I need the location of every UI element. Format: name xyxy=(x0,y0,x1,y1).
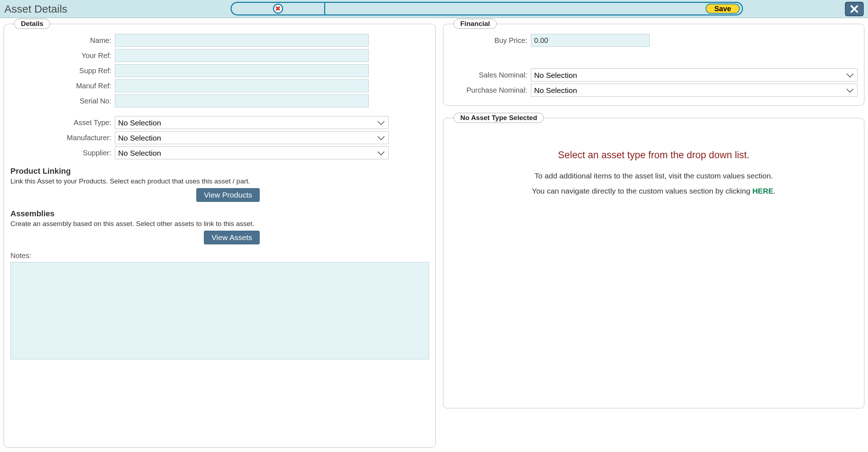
supplier-select[interactable]: No Selection xyxy=(115,146,389,159)
your-ref-label: Your Ref: xyxy=(10,52,115,60)
serial-no-input[interactable] xyxy=(115,94,369,107)
asset-type-select[interactable]: No Selection xyxy=(115,116,389,129)
left-column: Details Name: Your Ref: Supp Ref: Manuf … xyxy=(4,19,436,452)
cancel-button[interactable]: ✖ xyxy=(273,4,283,14)
buy-price-input[interactable] xyxy=(531,34,650,47)
asset-type-legend: No Asset Type Selected xyxy=(453,113,544,123)
assemblies-title: Assemblies xyxy=(10,209,429,218)
header-pill-left: ✖ xyxy=(231,2,324,15)
asset-type-label: Asset Type: xyxy=(10,119,115,127)
supplier-label: Supplier: xyxy=(10,149,115,157)
close-icon: ✖ xyxy=(275,5,281,12)
header-toolbar: ✖ Save xyxy=(231,2,743,15)
right-column: Financial Buy Price: Sales Nominal: No S… xyxy=(443,19,864,452)
dialog-header: Asset Details ✖ Save xyxy=(0,0,868,18)
dialog-close-button[interactable] xyxy=(845,2,864,16)
notes-textarea[interactable] xyxy=(10,262,429,359)
product-linking-title: Product Linking xyxy=(10,167,429,176)
serial-no-label: Serial No: xyxy=(10,97,115,105)
purchase-nominal-select[interactable]: No Selection xyxy=(531,84,858,97)
sales-nominal-select[interactable]: No Selection xyxy=(531,68,858,81)
buy-price-label: Buy Price: xyxy=(450,36,531,45)
asset-details-dialog: Asset Details ✖ Save Details xyxy=(0,0,868,452)
details-panel: Details Name: Your Ref: Supp Ref: Manuf … xyxy=(4,19,436,448)
manuf-ref-input[interactable] xyxy=(115,79,369,92)
product-linking-text: Link this Asset to your Products. Select… xyxy=(10,177,429,185)
supp-ref-input[interactable] xyxy=(115,64,369,77)
view-products-button[interactable]: View Products xyxy=(196,188,260,202)
dialog-body: Details Name: Your Ref: Supp Ref: Manuf … xyxy=(0,18,868,452)
name-label: Name: xyxy=(10,36,115,45)
financial-panel: Financial Buy Price: Sales Nominal: No S… xyxy=(443,19,864,106)
view-assets-button[interactable]: View Assets xyxy=(204,231,260,244)
purchase-nominal-label: Purchase Nominal: xyxy=(450,86,531,94)
your-ref-input[interactable] xyxy=(115,49,369,62)
asset-type-message-line-1: To add additional items to the asset lis… xyxy=(450,172,858,180)
header-pill-right: Save xyxy=(325,2,743,15)
manufacturer-select[interactable]: No Selection xyxy=(115,131,389,144)
name-input[interactable] xyxy=(115,34,369,47)
here-link[interactable]: HERE xyxy=(752,187,773,195)
sales-nominal-label: Sales Nominal: xyxy=(450,71,531,79)
supp-ref-label: Supp Ref: xyxy=(10,67,115,75)
save-button[interactable]: Save xyxy=(706,4,740,14)
assemblies-text: Create an assembly based on this asset. … xyxy=(10,220,429,228)
financial-legend: Financial xyxy=(453,19,497,29)
notes-label: Notes: xyxy=(10,252,429,260)
close-icon xyxy=(849,4,859,14)
asset-type-message-line-2: You can navigate directly to the custom … xyxy=(450,187,858,195)
dialog-title: Asset Details xyxy=(4,3,67,15)
asset-type-message-title: Select an asset type from the drop down … xyxy=(450,150,858,161)
asset-type-message-line-2-suffix: . xyxy=(773,187,775,195)
details-legend: Details xyxy=(14,19,50,29)
asset-type-panel: No Asset Type Selected Select an asset t… xyxy=(443,113,864,408)
manufacturer-label: Manufacturer: xyxy=(10,134,115,142)
asset-type-message-line-2-prefix: You can navigate directly to the custom … xyxy=(532,187,752,195)
manuf-ref-label: Manuf Ref: xyxy=(10,82,115,90)
